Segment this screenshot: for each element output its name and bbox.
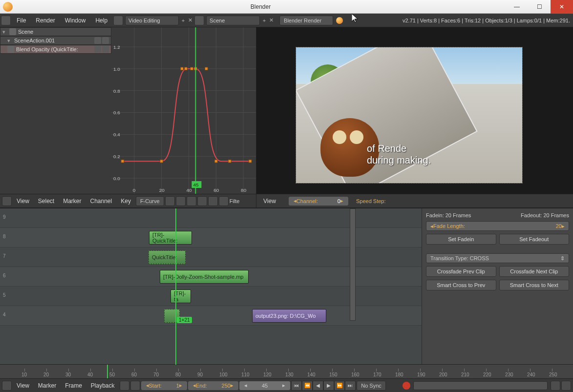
blender-logo-icon [3,2,13,12]
smart-cross-next-button[interactable]: Smart Cross to Next [499,280,570,290]
jump-end-button[interactable]: ⏭ [345,381,356,391]
channel-scene[interactable]: ▾Scene [0,27,111,36]
scene-dropdown[interactable]: Scene [206,16,260,25]
maximize-button[interactable]: ☐ [528,0,551,14]
layout-browse-icon[interactable] [113,16,123,25]
graph-mode-dropdown[interactable]: F-Curve [136,196,164,206]
mute-icon[interactable] [94,46,101,53]
svg-rect-30 [205,67,208,70]
svg-text:0.0: 0.0 [113,176,120,181]
delete-keyframe-icon[interactable] [561,381,571,391]
timeline-editor: 1020304050607080901001101201301401501601… [0,364,573,392]
menu-select[interactable]: Select [34,198,58,205]
scene-browse-icon[interactable] [194,16,204,25]
svg-text:1.2: 1.2 [113,44,120,50]
transport-controls: ⏮ ⏪ ◀ ▶ ⏩ ⏭ [291,381,356,391]
screen-layout-dropdown[interactable]: Video Editing [125,16,179,25]
lock-icon[interactable] [102,46,109,53]
fadein-info: Fadein: 20 Frames [426,212,496,218]
delete-layout-button[interactable]: ✕ [187,17,193,23]
range-icon[interactable] [120,381,129,391]
playhead[interactable] [175,208,176,365]
eye-icon[interactable] [9,28,16,35]
svg-text:60: 60 [213,187,219,193]
jump-start-button[interactable]: ⏮ [291,381,302,391]
sequencer-preview: of Rende during making. View ◂ Channel:0… [256,27,573,208]
ghost-icon[interactable] [176,196,186,206]
filter-icon[interactable] [219,196,229,206]
fcurve-channel-list[interactable]: ▾Scene ▾SceneAction.001 Blend Opacity (Q… [0,27,111,54]
smart-cross-prev-button[interactable]: Smart Cross to Prev [426,280,496,290]
svg-rect-26 [181,67,184,70]
channel-blend-opacity[interactable]: Blend Opacity (QuickTitle: [0,45,111,54]
delete-scene-button[interactable]: ✕ [268,17,275,23]
sequencer-timeline[interactable]: 9 8 7 6 5 4 [TR]-QuickTitle: QuickTitle:… [0,208,573,378]
strip-output23[interactable]: output23.png: D:\CG_Wo [252,309,326,323]
menu-frame[interactable]: Frame [61,382,86,389]
playhead[interactable] [107,365,108,378]
timeline-editor-icon[interactable] [2,381,12,391]
add-layout-button[interactable]: + [180,18,187,23]
eye-icon[interactable] [7,46,14,53]
mute-icon[interactable] [94,37,101,44]
svg-text:0.4: 0.4 [113,132,120,137]
menu-marker[interactable]: Marker [34,382,60,389]
svg-rect-28 [190,67,193,70]
channel-action[interactable]: ▾SceneAction.001 [0,36,111,45]
strip-tr-quicktitle[interactable]: [TR]-QuickTitle: [149,231,192,245]
menu-view[interactable]: View [13,198,33,205]
graph-canvas[interactable]: 1.21.0 0.80.6 0.40.2 0.0 020 4060 80 45 [111,27,256,194]
render-engine-dropdown[interactable]: Blender Render [279,16,333,25]
channel-field[interactable]: ◂ Channel:0 ▸ [289,197,348,206]
menu-window[interactable]: Window [60,17,91,24]
minimize-button[interactable]: — [506,0,528,14]
menu-help[interactable]: Help [90,17,112,24]
lock-icon[interactable] [130,381,140,391]
fade-length-field[interactable]: ◂ Fade Length:20 ▸ [426,221,569,231]
graph-editor-header: View Select Marker Channel Key F-Curve F… [0,194,256,207]
pivot-icon[interactable] [208,196,218,206]
cursor-icon[interactable] [165,196,175,206]
menu-view[interactable]: View [259,198,280,205]
strip-tr-ta[interactable]: [TR]-ta [170,289,191,303]
current-frame-field[interactable]: ◂ 45 ▸ [239,381,290,390]
menu-file[interactable]: File [12,17,31,24]
timeline-ruler[interactable]: 1020304050607080901001101201301401501601… [0,365,573,378]
keying-set-field[interactable] [413,381,548,390]
strip-quicktitle[interactable]: QuickTitle: [149,250,186,264]
menu-playback[interactable]: Playback [87,382,119,389]
normalize-icon[interactable] [187,196,196,206]
strip-dolly-zoom[interactable]: [TR]-Dolly-Zoom-Shot-sample.mp [160,270,249,284]
snap-icon[interactable] [197,196,207,206]
add-scene-button[interactable]: + [261,18,268,23]
crossfade-prev-button[interactable]: Crossfade Prev Clip [426,266,496,277]
transition-type-dropdown[interactable]: Transition Type: CROSS⇕ [426,253,569,263]
mouse-cursor-icon [352,14,359,23]
menu-render[interactable]: Render [31,17,60,24]
insert-keyframe-icon[interactable] [551,381,560,391]
graph-editor-icon[interactable] [2,196,12,206]
menu-channel[interactable]: Channel [86,198,116,205]
close-button[interactable]: ✕ [551,0,573,14]
menu-marker[interactable]: Marker [59,198,85,205]
menu-key[interactable]: Key [117,198,135,205]
svg-rect-27 [184,67,187,70]
crossfade-next-button[interactable]: Crossfade Next Clip [499,266,570,277]
svg-rect-33 [249,160,252,163]
keyframe-next-button[interactable]: ⏩ [334,381,345,391]
svg-text:0.8: 0.8 [113,88,120,94]
preview-canvas[interactable]: of Rende during making. [296,47,523,184]
info-editor-icon[interactable] [1,16,11,25]
menu-view[interactable]: View [13,382,33,389]
blender-logo-icon [336,17,343,24]
play-button[interactable]: ▶ [323,381,334,391]
end-frame-field[interactable]: ◂ End: 250 ▸ [188,381,238,390]
sync-mode-dropdown[interactable]: No Sync [357,381,386,391]
set-fadein-button[interactable]: Set Fadein [426,234,496,245]
lock-icon[interactable] [102,37,109,44]
keyframe-prev-button[interactable]: ⏪ [302,381,313,391]
auto-keyframe-button[interactable] [403,382,410,390]
start-frame-field[interactable]: ◂ Start: 1 ▸ [141,381,187,390]
set-fadeout-button[interactable]: Set Fadeout [499,234,570,245]
play-reverse-button[interactable]: ◀ [313,381,323,391]
